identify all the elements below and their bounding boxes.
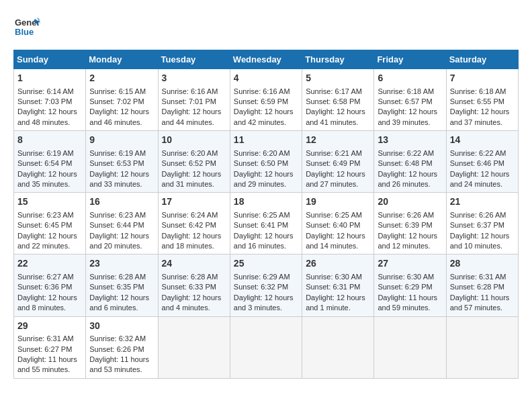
sunset-text: Sunset: 6:37 PM xyxy=(450,221,504,229)
daylight-text: Daylight: 12 hours and 37 minutes. xyxy=(450,107,510,126)
day-number: 9 xyxy=(89,134,154,147)
daylight-text: Daylight: 12 hours and 31 minutes. xyxy=(162,170,222,188)
calendar-cell: 22Sunrise: 6:27 AMSunset: 6:36 PMDayligh… xyxy=(14,255,86,316)
calendar-cell xyxy=(446,316,518,378)
sunrise-text: Sunrise: 6:15 AM xyxy=(89,87,146,95)
daylight-text: Daylight: 12 hours and 48 minutes. xyxy=(17,107,77,126)
sunset-text: Sunset: 6:31 PM xyxy=(306,283,360,291)
calendar-cell: 23Sunrise: 6:28 AMSunset: 6:35 PMDayligh… xyxy=(86,255,158,316)
calendar-cell: 15Sunrise: 6:23 AMSunset: 6:45 PMDayligh… xyxy=(14,193,86,255)
sunrise-text: Sunrise: 6:19 AM xyxy=(89,149,146,157)
day-number: 14 xyxy=(450,134,515,147)
sunrise-text: Sunrise: 6:23 AM xyxy=(17,211,74,219)
column-header-sunday: Sunday xyxy=(14,50,86,69)
column-header-tuesday: Tuesday xyxy=(158,50,230,69)
sunset-text: Sunset: 6:41 PM xyxy=(234,221,288,229)
sunrise-text: Sunrise: 6:31 AM xyxy=(450,273,506,281)
day-number: 4 xyxy=(234,72,298,85)
column-header-wednesday: Wednesday xyxy=(230,50,302,69)
day-number: 6 xyxy=(378,72,442,85)
sunset-text: Sunset: 6:28 PM xyxy=(450,283,504,291)
sunrise-text: Sunrise: 6:22 AM xyxy=(378,149,434,157)
daylight-text: Daylight: 12 hours and 35 minutes. xyxy=(17,170,77,188)
sunrise-text: Sunrise: 6:27 AM xyxy=(17,273,74,281)
sunrise-text: Sunrise: 6:19 AM xyxy=(17,149,74,157)
day-number: 2 xyxy=(89,72,154,85)
sunrise-text: Sunrise: 6:30 AM xyxy=(378,273,434,281)
sunset-text: Sunset: 6:59 PM xyxy=(234,97,288,105)
logo-icon: General Blue xyxy=(13,13,40,43)
sunrise-text: Sunrise: 6:28 AM xyxy=(162,273,218,281)
calendar-cell: 29Sunrise: 6:31 AMSunset: 6:27 PMDayligh… xyxy=(14,316,86,378)
daylight-text: Daylight: 12 hours and 6 minutes. xyxy=(89,293,149,312)
sunset-text: Sunset: 7:01 PM xyxy=(162,97,216,105)
calendar-cell: 14Sunrise: 6:22 AMSunset: 6:46 PMDayligh… xyxy=(446,131,518,193)
sunrise-text: Sunrise: 6:25 AM xyxy=(234,211,290,219)
daylight-text: Daylight: 12 hours and 14 minutes. xyxy=(306,232,365,250)
logo: General Blue xyxy=(13,13,40,43)
sunrise-text: Sunrise: 6:31 AM xyxy=(17,334,74,342)
day-number: 27 xyxy=(378,257,442,271)
sunset-text: Sunset: 6:58 PM xyxy=(306,97,360,105)
sunset-text: Sunset: 6:54 PM xyxy=(17,159,72,167)
sunset-text: Sunset: 6:57 PM xyxy=(378,97,432,105)
calendar-cell: 30Sunrise: 6:32 AMSunset: 6:26 PMDayligh… xyxy=(86,316,158,378)
calendar-cell: 1Sunrise: 6:14 AMSunset: 7:03 PMDaylight… xyxy=(14,69,86,131)
sunrise-text: Sunrise: 6:28 AM xyxy=(89,273,146,281)
sunset-text: Sunset: 6:46 PM xyxy=(450,159,504,167)
sunrise-text: Sunrise: 6:14 AM xyxy=(17,87,74,95)
sunrise-text: Sunrise: 6:16 AM xyxy=(234,87,290,95)
sunrise-text: Sunrise: 6:32 AM xyxy=(89,334,146,342)
calendar-cell: 4Sunrise: 6:16 AMSunset: 6:59 PMDaylight… xyxy=(230,69,302,131)
sunset-text: Sunset: 6:50 PM xyxy=(234,159,288,167)
sunset-text: Sunset: 6:39 PM xyxy=(378,221,432,229)
day-number: 3 xyxy=(162,72,226,85)
calendar-cell xyxy=(374,316,446,378)
sunrise-text: Sunrise: 6:29 AM xyxy=(234,273,290,281)
calendar-cell xyxy=(158,316,230,378)
sunset-text: Sunset: 6:55 PM xyxy=(450,97,504,105)
column-header-monday: Monday xyxy=(86,50,158,69)
day-number: 12 xyxy=(306,134,370,147)
sunrise-text: Sunrise: 6:26 AM xyxy=(450,211,506,219)
sunrise-text: Sunrise: 6:22 AM xyxy=(450,149,506,157)
calendar-cell: 2Sunrise: 6:15 AMSunset: 7:02 PMDaylight… xyxy=(86,69,158,131)
day-number: 20 xyxy=(378,195,442,209)
daylight-text: Daylight: 12 hours and 42 minutes. xyxy=(234,107,294,126)
calendar-cell xyxy=(302,316,374,378)
day-number: 17 xyxy=(162,195,226,209)
sunrise-text: Sunrise: 6:16 AM xyxy=(162,87,218,95)
calendar-cell: 25Sunrise: 6:29 AMSunset: 6:32 PMDayligh… xyxy=(230,255,302,316)
column-header-friday: Friday xyxy=(374,50,446,69)
day-number: 19 xyxy=(306,195,370,209)
sunrise-text: Sunrise: 6:26 AM xyxy=(378,211,434,219)
sunset-text: Sunset: 6:26 PM xyxy=(89,345,144,353)
daylight-text: Daylight: 11 hours and 57 minutes. xyxy=(450,293,510,312)
day-number: 13 xyxy=(378,134,442,147)
daylight-text: Daylight: 12 hours and 16 minutes. xyxy=(234,232,294,250)
week-row-4: 22Sunrise: 6:27 AMSunset: 6:36 PMDayligh… xyxy=(14,255,519,316)
daylight-text: Daylight: 11 hours and 53 minutes. xyxy=(89,355,149,373)
day-number: 8 xyxy=(17,134,82,147)
day-number: 22 xyxy=(17,257,82,271)
calendar-cell: 11Sunrise: 6:20 AMSunset: 6:50 PMDayligh… xyxy=(230,131,302,193)
calendar-cell: 9Sunrise: 6:19 AMSunset: 6:53 PMDaylight… xyxy=(86,131,158,193)
svg-text:Blue: Blue xyxy=(15,27,34,37)
day-number: 21 xyxy=(450,195,515,209)
day-number: 10 xyxy=(162,134,226,147)
daylight-text: Daylight: 12 hours and 1 minute. xyxy=(306,293,365,312)
sunset-text: Sunset: 6:27 PM xyxy=(17,345,72,353)
calendar-cell xyxy=(230,316,302,378)
sunset-text: Sunset: 6:40 PM xyxy=(306,221,360,229)
sunset-text: Sunset: 6:32 PM xyxy=(234,283,288,291)
sunset-text: Sunset: 6:45 PM xyxy=(17,221,72,229)
calendar-cell: 24Sunrise: 6:28 AMSunset: 6:33 PMDayligh… xyxy=(158,255,230,316)
sunrise-text: Sunrise: 6:21 AM xyxy=(306,149,362,157)
day-number: 24 xyxy=(162,257,226,271)
calendar-cell: 26Sunrise: 6:30 AMSunset: 6:31 PMDayligh… xyxy=(302,255,374,316)
calendar-cell: 10Sunrise: 6:20 AMSunset: 6:52 PMDayligh… xyxy=(158,131,230,193)
sunrise-text: Sunrise: 6:24 AM xyxy=(162,211,218,219)
sunrise-text: Sunrise: 6:18 AM xyxy=(378,87,434,95)
calendar-cell: 12Sunrise: 6:21 AMSunset: 6:49 PMDayligh… xyxy=(302,131,374,193)
column-header-saturday: Saturday xyxy=(446,50,518,69)
